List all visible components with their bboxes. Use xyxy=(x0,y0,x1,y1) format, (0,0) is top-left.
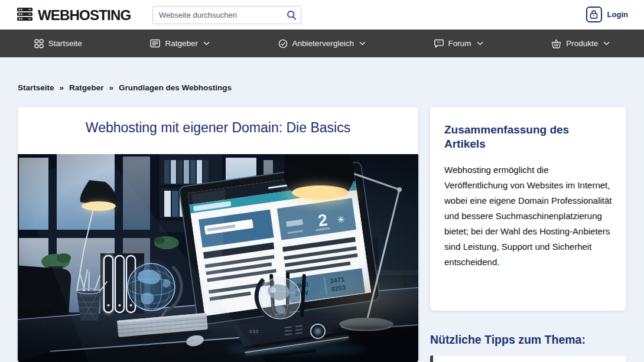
site-logo[interactable]: WEBHOSTING xyxy=(17,6,131,25)
chevron-down-icon xyxy=(477,41,483,45)
grid-icon xyxy=(34,39,44,48)
breadcrumb-current: Grundlagen des Webhostings xyxy=(119,83,232,92)
lock-icon xyxy=(586,6,602,22)
summary-card: Zusammenfassung des Artikels Webhosting … xyxy=(430,107,626,311)
summary-text: Webhosting ermöglicht die Veröffentlichu… xyxy=(444,162,612,270)
summary-heading: Zusammenfassung des Artikels xyxy=(444,123,592,151)
nav-label: Startseite xyxy=(48,39,82,48)
breadcrumb: Startseite » Ratgeber » Grundlagen des W… xyxy=(18,83,644,92)
content-area: Webhosting mit eigener Domain: Die Basic… xyxy=(18,107,626,362)
breadcrumb-separator: » xyxy=(109,83,114,92)
nav-label: Forum xyxy=(448,39,471,48)
server-stack-icon xyxy=(17,6,33,25)
logo-text: WEBHOSTING xyxy=(38,7,131,24)
sidebar: Zusammenfassung des Artikels Webhosting … xyxy=(430,107,626,362)
search-input[interactable] xyxy=(153,11,282,19)
chevron-down-icon xyxy=(603,41,610,45)
chevron-down-icon xyxy=(359,41,366,45)
search-icon[interactable] xyxy=(282,6,301,24)
check-circle-icon xyxy=(278,39,288,48)
basket-icon xyxy=(551,39,561,48)
main-nav: Startseite Ratgeber Anbietervergleich xyxy=(0,30,644,57)
nav-item-anbietervergleich[interactable]: Anbietervergleich xyxy=(278,39,366,48)
login-button[interactable]: Login xyxy=(586,6,628,22)
nav-item-startseite[interactable]: Startseite xyxy=(34,39,82,48)
breadcrumb-separator: » xyxy=(60,83,64,92)
tips-heading: Nützliche Tipps zum Thema: xyxy=(430,333,626,347)
hero-vignette xyxy=(18,154,418,362)
breadcrumb-ratgeber[interactable]: Ratgeber xyxy=(69,83,104,92)
document-icon xyxy=(150,39,160,48)
chevron-down-icon xyxy=(203,41,210,45)
tip-box xyxy=(430,356,626,362)
page-title: Webhosting mit eigener Domain: Die Basic… xyxy=(18,120,418,136)
speech-bubble-icon xyxy=(434,39,444,48)
page-header: WEBHOSTING Login xyxy=(0,0,644,30)
article-hero-image: 2 ✳ 1940 40W 2471 8203 xyxy=(18,154,418,362)
login-label: Login xyxy=(607,10,628,19)
nav-item-forum[interactable]: Forum xyxy=(434,39,483,48)
article-title-block: Webhosting mit eigener Domain: Die Basic… xyxy=(18,107,418,154)
nav-label: Produkte xyxy=(566,39,598,48)
nav-item-ratgeber[interactable]: Ratgeber xyxy=(150,39,210,48)
nav-label: Ratgeber xyxy=(165,39,198,48)
article-card: Webhosting mit eigener Domain: Die Basic… xyxy=(18,107,418,362)
breadcrumb-startseite[interactable]: Startseite xyxy=(18,83,54,92)
nav-item-produkte[interactable]: Produkte xyxy=(551,39,610,48)
site-search xyxy=(152,6,301,24)
nav-label: Anbietervergleich xyxy=(292,39,354,48)
